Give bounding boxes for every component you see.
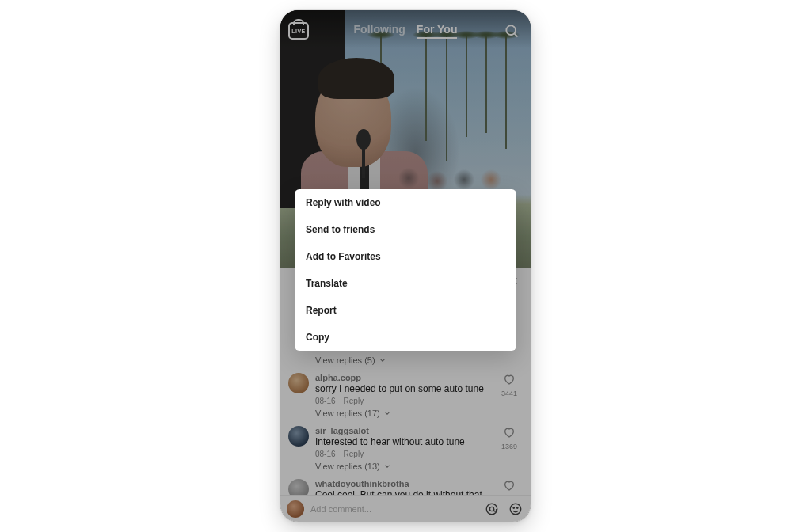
action-menu: Reply with video Send to friends Add to … bbox=[295, 189, 516, 351]
menu-item-report[interactable]: Report bbox=[295, 297, 516, 324]
menu-item-add-to-favorites[interactable]: Add to Favorites bbox=[295, 243, 516, 270]
menu-item-translate[interactable]: Translate bbox=[295, 270, 516, 297]
menu-item-reply-with-video[interactable]: Reply with video bbox=[295, 189, 516, 216]
menu-item-copy[interactable]: Copy bbox=[295, 324, 516, 351]
phone-frame: LIVE Following For You View replies (5) bbox=[280, 10, 531, 522]
menu-item-send-to-friends[interactable]: Send to friends bbox=[295, 216, 516, 243]
